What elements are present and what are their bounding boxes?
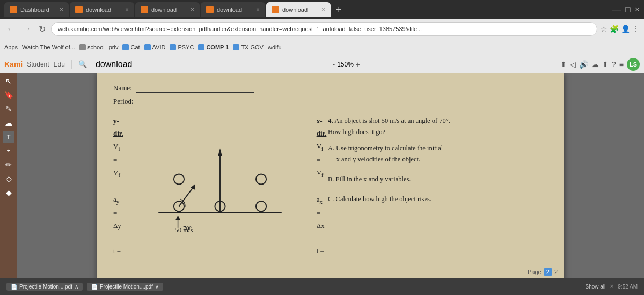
bm-wolfof[interactable]: Watch The Wolf of... [22,44,75,50]
restore-button[interactable]: □ [625,5,631,14]
sidebar-cursor-icon[interactable]: ↖ [3,75,14,87]
download-label: download [96,60,133,69]
tab-download-3[interactable]: download × [201,2,265,17]
question-b-text: B. Fill in the x and y variables. [328,174,548,185]
bm-apps[interactable]: Apps [4,44,18,50]
reload-button[interactable]: ↻ [36,23,48,35]
pdf-area: Name: Period: y-dir. Vi = [17,73,644,295]
tab-download4-close[interactable]: × [321,6,325,13]
bookmark-star-icon[interactable]: ☆ [601,25,608,33]
tab-download3-icon [206,6,214,13]
bookmarks-bar: Apps Watch The Wolf of... school priv Ca… [0,39,644,55]
taskbar-file2-chevron[interactable]: ∧ [155,284,159,290]
close-button[interactable]: × [635,5,640,14]
bm-cat[interactable]: Cat [122,44,140,50]
bm-priv[interactable]: priv [109,44,119,50]
tab-download2-close[interactable]: × [191,6,194,13]
tab-download1-close[interactable]: × [125,6,129,13]
tab-download-4[interactable]: download × [266,2,331,17]
show-all-button[interactable]: Show all [585,284,605,290]
clock: 9:52 AM [618,284,638,290]
minimize-button[interactable]: — [612,5,621,14]
sidebar-bookmark-icon[interactable]: 🔖 [3,89,14,101]
kami-toolbar: Kami Student Edu 🔍 download - 150% + ⬆ ◁… [0,55,644,73]
period-label: Period: [113,97,134,106]
y-ay: ay = [113,193,123,219]
sidebar-math-icon[interactable]: ÷ [3,145,14,157]
upload-icon[interactable]: ⬆ [602,60,609,69]
tab-download-2[interactable]: download × [135,2,200,17]
period-line: Period: [113,97,548,106]
bm-avid[interactable]: AVID [144,44,166,50]
bm-psyc-icon [170,44,176,50]
list-icon[interactable]: ≡ [619,60,624,69]
user-avatar[interactable]: LS [627,58,640,71]
tab-download2-label: download [151,6,187,13]
question-main-text: An object is shot 50 m/s at an angle of … [328,117,450,136]
pdf-content: Name: Period: y-dir. Vi = [97,73,564,268]
bm-wdifu[interactable]: wdifu [268,44,282,50]
bm-psyc-label: PSYC [178,44,194,50]
tab-download3-close[interactable]: × [256,6,260,13]
bm-wdifu-label: wdifu [268,44,282,50]
x-ax: ax = [317,193,327,219]
sound-icon[interactable]: 🔊 [579,60,588,69]
share-icon[interactable]: ⬆ [560,60,567,69]
svg-point-7 [256,174,266,184]
cloud-icon[interactable]: ☁ [591,60,599,69]
bm-comp1-icon [198,44,204,50]
search-icon: 🔍 [78,60,87,68]
address-bar-icons: ☆ 🧩 👤 ⋮ [601,25,640,33]
right-column: 4. An object is shot 50 m/s at an angle … [328,115,548,257]
svg-line-8 [179,186,194,206]
bm-psyc[interactable]: PSYC [170,44,194,50]
sidebar-pencil-icon[interactable]: ✏ [3,159,14,171]
x-dir-title: x-dir. [317,115,327,140]
svg-marker-9 [190,185,195,190]
sidebar-pen-icon[interactable]: ✎ [3,103,14,115]
tab-dashboard-close[interactable]: × [60,6,63,13]
svg-marker-2 [218,149,222,156]
sidebar-eraser-icon[interactable]: ◇ [3,173,14,185]
bm-school-icon [79,44,86,50]
pdf-page: Name: Period: y-dir. Vi = [97,73,564,295]
zoom-plus-button[interactable]: + [356,60,360,69]
bm-priv-label: priv [109,44,119,50]
name-label: Name: [113,84,132,92]
bm-comp1[interactable]: COMP 1 [198,44,229,50]
profile-icon[interactable]: 👤 [621,25,630,33]
taskbar-file2-icon: 📄 [91,284,98,290]
tab-download-1[interactable]: download × [70,2,134,17]
bm-school-label: school [87,44,105,50]
address-input[interactable] [51,22,597,36]
zoom-minus-button[interactable]: - [332,60,335,69]
new-tab-button[interactable]: + [332,4,346,16]
sidebar-diamond-icon[interactable]: ◆ [3,187,14,198]
main-content: ↖ 🔖 ✎ ☁ T ÷ ✏ ◇ ◆ » Name: Period: [0,73,644,295]
left-sidebar: ↖ 🔖 ✎ ☁ T ÷ ✏ ◇ ◆ » [0,73,17,295]
tab-download4-label: download [282,6,318,13]
svg-text:70°: 70° [183,225,192,232]
taskbar-file-2[interactable]: 📄 Projectile Motion....pdf ∧ [87,283,163,291]
help-icon[interactable]: ? [612,60,616,69]
bottom-right: Show all × 9:52 AM [585,283,638,290]
taskbar-file-1[interactable]: 📄 Projectile Motion....pdf ∧ [6,283,83,291]
taskbar-file1-chevron[interactable]: ∧ [75,284,78,290]
taskbar-file1-label: Projectile Motion....pdf [19,284,72,290]
back-button[interactable]: ← [4,23,17,35]
y-vf: Vf = [113,166,123,193]
tab-dashboard[interactable]: Dashboard × [4,2,69,17]
bm-avid-label: AVID [152,44,166,50]
bm-txgov[interactable]: TX GOV [233,44,264,50]
page-current: 2 [544,268,552,276]
period-underline [138,97,256,106]
sidebar-cloud-icon[interactable]: ☁ [3,117,14,129]
extensions-icon[interactable]: 🧩 [610,25,619,33]
download-action[interactable]: download [96,60,133,69]
sidebar-t-icon[interactable]: T [3,131,14,143]
bm-school[interactable]: school [79,44,105,50]
back-icon[interactable]: ◁ [570,60,576,69]
close-all-button[interactable]: × [610,283,613,290]
forward-button[interactable]: → [20,23,33,35]
menu-icon[interactable]: ⋮ [632,25,640,33]
